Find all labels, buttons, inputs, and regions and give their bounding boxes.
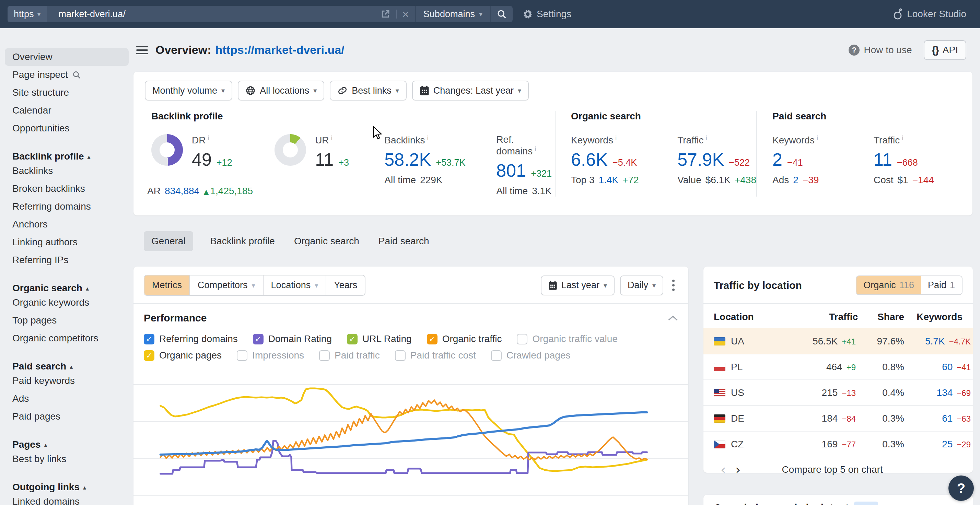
- paid-traffic-value[interactable]: 11: [873, 149, 892, 170]
- mode-select[interactable]: Subdomains ▾: [415, 6, 490, 22]
- links-filter-button[interactable]: Best links▾: [330, 81, 407, 100]
- tab-organic-search[interactable]: Organic search: [292, 231, 361, 251]
- table-row-us[interactable]: US 215−13 0.4% 134−69: [703, 380, 973, 405]
- table-row-pl[interactable]: PL 464+9 0.8% 60−41: [703, 354, 973, 380]
- info-icon[interactable]: i: [615, 134, 617, 141]
- table-row-cz[interactable]: CZ 169−77 0.3% 25−29: [703, 431, 973, 457]
- sidebar-item-backlinks[interactable]: Backlinks: [0, 162, 134, 180]
- sidebar-section-pages[interactable]: Pages▴: [0, 439, 134, 450]
- organic-keywords-value[interactable]: 6.6K: [571, 149, 608, 170]
- info-icon[interactable]: i: [535, 145, 536, 152]
- collapse-chevron-icon[interactable]: [668, 314, 678, 321]
- api-label: API: [943, 44, 958, 56]
- col-share[interactable]: Share: [858, 304, 904, 328]
- sidebar-item-paid-keywords[interactable]: Paid keywords: [0, 372, 134, 390]
- sidebar-item-referring-domains[interactable]: Referring domains: [0, 198, 134, 216]
- sidebar-section-organic-search[interactable]: Organic search▴: [0, 283, 134, 294]
- info-icon[interactable]: i: [427, 134, 429, 141]
- sidebar-section-backlink-profile[interactable]: Backlink profile▴: [0, 151, 134, 162]
- checkbox-referring-domains[interactable]: ✓Referring domains: [144, 333, 238, 345]
- sidebar-item-anchors[interactable]: Anchors: [0, 216, 134, 233]
- external-link-icon[interactable]: [380, 9, 390, 19]
- target-url-input[interactable]: market-dveri.ua/ ×: [47, 6, 415, 22]
- sidebar-item-top-pages[interactable]: Top pages: [0, 311, 134, 329]
- sidebar-section-paid-search[interactable]: Paid search▴: [0, 361, 134, 372]
- sidebar-item-opportunities[interactable]: Opportunities: [0, 119, 134, 137]
- info-icon[interactable]: i: [902, 134, 903, 141]
- clear-icon[interactable]: ×: [402, 8, 409, 20]
- volume-filter-button[interactable]: Monthly volume▾: [145, 81, 232, 100]
- sidebar-item-organic-keywords[interactable]: Organic keywords: [0, 294, 134, 311]
- next-page-icon[interactable]: ›: [730, 463, 745, 476]
- settings-button[interactable]: Settings: [522, 9, 571, 19]
- toggle-paid[interactable]: Paid1: [921, 276, 962, 294]
- sidebar-item-broken-backlinks[interactable]: Broken backlinks: [0, 180, 134, 198]
- how-to-use-button[interactable]: ? How to use: [849, 44, 912, 56]
- tab-general[interactable]: General: [144, 231, 193, 251]
- checkbox-domain-rating[interactable]: ✓Domain Rating: [253, 333, 332, 345]
- organic-traffic-value[interactable]: 57.9K: [677, 149, 724, 170]
- ar-value[interactable]: 834,884: [165, 186, 199, 197]
- date-range-label: Last year: [562, 280, 600, 291]
- locations-filter-button[interactable]: All locations▾: [238, 81, 324, 100]
- search-icon: [72, 70, 81, 79]
- search-button[interactable]: [490, 6, 513, 22]
- sidebar-item-linked-domains[interactable]: Linked domains: [0, 493, 134, 505]
- checkbox-paid-traffic-cost[interactable]: ✓Paid traffic cost: [395, 350, 476, 361]
- menu-icon[interactable]: [136, 46, 148, 54]
- api-button[interactable]: {} API: [924, 40, 967, 60]
- col-traffic[interactable]: Traffic: [784, 304, 858, 328]
- checkbox-icon: ✓: [395, 350, 406, 361]
- col-location[interactable]: Location: [703, 304, 784, 328]
- ref-domains-value[interactable]: 801: [496, 160, 526, 181]
- protocol-select[interactable]: https ▾: [8, 6, 47, 22]
- sidebar-item-ads[interactable]: Ads: [0, 390, 134, 408]
- info-icon[interactable]: i: [705, 134, 707, 141]
- tab-paid-search[interactable]: Paid search: [376, 231, 431, 251]
- segment-metrics[interactable]: Metrics: [145, 275, 190, 295]
- more-options-icon[interactable]: [669, 278, 678, 293]
- info-icon[interactable]: i: [817, 134, 818, 141]
- compare-top5-link[interactable]: Compare top 5 on chart: [745, 464, 919, 475]
- performance-chart[interactable]: [134, 373, 688, 501]
- col-keywords[interactable]: Keywords: [904, 304, 973, 328]
- sidebar-item-site-structure[interactable]: Site structure: [0, 84, 134, 102]
- looker-studio-button[interactable]: Looker Studio: [892, 8, 966, 20]
- segment-years[interactable]: Years: [326, 275, 365, 295]
- paid-keywords-value[interactable]: 2: [772, 149, 782, 170]
- date-range-button[interactable]: Last year▾: [541, 275, 614, 295]
- checkbox-url-rating[interactable]: ✓URL Rating: [347, 333, 412, 345]
- tab-backlink-profile[interactable]: Backlink profile: [208, 231, 277, 251]
- segment-competitors[interactable]: Competitors▾: [190, 275, 264, 295]
- backlinks-value[interactable]: 58.2K: [384, 149, 431, 170]
- performance-controls: Metrics Competitors▾ Locations▾ Years La…: [144, 275, 678, 296]
- help-button[interactable]: ?: [948, 475, 974, 501]
- sidebar-item-best-by-links[interactable]: Best by links: [0, 450, 134, 468]
- sidebar-item-paid-pages[interactable]: Paid pages: [0, 408, 134, 426]
- info-icon[interactable]: i: [331, 134, 332, 141]
- granularity-button[interactable]: Daily▾: [620, 275, 663, 295]
- checkbox-organic-traffic-value[interactable]: ✓Organic traffic value: [517, 333, 618, 345]
- checkbox-paid-traffic[interactable]: ✓Paid traffic: [319, 350, 380, 361]
- prev-page-icon[interactable]: ‹: [716, 463, 730, 476]
- sidebar-section-outgoing-links[interactable]: Outgoing links▴: [0, 482, 134, 493]
- sidebar-item-calendar[interactable]: Calendar: [0, 102, 134, 119]
- checkbox-organic-pages[interactable]: ✓Organic pages: [144, 350, 222, 361]
- sidebar-item-page-inspect[interactable]: Page inspect: [0, 66, 134, 84]
- changes-filter-button[interactable]: Changes: Last year▾: [412, 81, 529, 100]
- sidebar-item-organic-competitors[interactable]: Organic competitors: [0, 329, 134, 347]
- checkbox-organic-traffic[interactable]: ✓Organic traffic: [427, 333, 502, 345]
- info-icon[interactable]: i: [208, 134, 209, 141]
- ar-delta: 1,425,185: [210, 186, 253, 197]
- sidebar-item-linking-authors[interactable]: Linking authors: [0, 233, 134, 251]
- table-row-de[interactable]: DE 184−84 0.3% 61−63: [703, 405, 973, 431]
- target-url-link[interactable]: https://market-dveri.ua/: [215, 43, 345, 57]
- toggle-organic[interactable]: Organic116: [856, 276, 921, 294]
- dr-donut-chart: [151, 134, 183, 166]
- table-row-ua[interactable]: UA 56.5K+41 97.6% 5.7K−4.7K: [703, 328, 973, 354]
- segment-locations[interactable]: Locations▾: [264, 275, 327, 295]
- checkbox-crawled-pages[interactable]: ✓Crawled pages: [491, 350, 571, 361]
- sidebar-item-referring-ips[interactable]: Referring IPs: [0, 251, 134, 269]
- sidebar-item-overview[interactable]: Overview: [5, 48, 129, 66]
- checkbox-impressions[interactable]: ✓Impressions: [237, 350, 304, 361]
